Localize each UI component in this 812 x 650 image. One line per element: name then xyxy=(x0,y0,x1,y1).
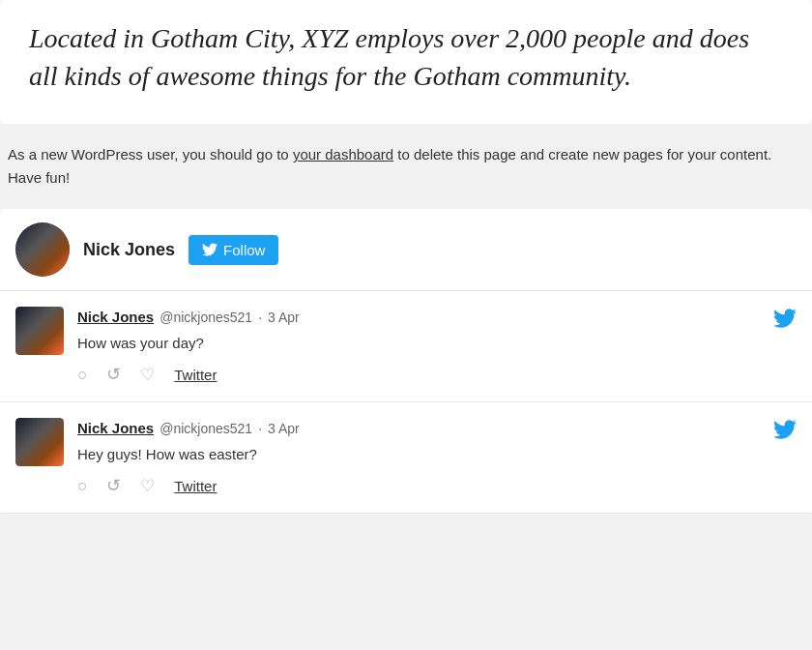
twitter-follow-row: Nick Jones Follow xyxy=(0,209,812,291)
dashboard-link[interactable]: your dashboard xyxy=(293,146,393,162)
tweet-content-2: Nick Jones @nickjones521 · 3 Apr Hey guy… xyxy=(77,418,797,499)
reply-icon-2[interactable] xyxy=(77,474,87,499)
tweet-row-2: Nick Jones @nickjones521 · 3 Apr Hey guy… xyxy=(0,402,812,514)
tweet-date-2: 3 Apr xyxy=(268,419,300,439)
follow-button[interactable]: Follow xyxy=(188,235,278,265)
tweet-dot-1: · xyxy=(258,308,262,328)
tweet-bird-icon-1 xyxy=(773,307,797,330)
tweet-handle-1: @nickjones521 xyxy=(160,308,252,328)
intro-before-link: As a new WordPress user, you should go t… xyxy=(8,146,293,162)
tweet-date-1: 3 Apr xyxy=(268,308,300,328)
reply-icon-1[interactable] xyxy=(77,363,87,388)
tweet-header-2: Nick Jones @nickjones521 · 3 Apr xyxy=(77,418,797,440)
quote-card: Located in Gotham City, XYZ employs over… xyxy=(0,0,812,124)
like-icon-1[interactable] xyxy=(140,363,155,388)
follow-label: Follow xyxy=(223,242,265,258)
tweet-actions-2: Twitter xyxy=(77,473,797,499)
tweet-name-2[interactable]: Nick Jones xyxy=(77,418,154,440)
tweet-row: Nick Jones @nickjones521 · 3 Apr How was… xyxy=(0,291,812,402)
twitter-profile-name: Nick Jones xyxy=(83,237,175,263)
tweet-content-1: Nick Jones @nickjones521 · 3 Apr How was… xyxy=(77,307,797,388)
avatar-image xyxy=(15,222,70,277)
twitter-bird-icon xyxy=(202,242,218,257)
intro-text: As a new WordPress user, you should go t… xyxy=(0,143,812,209)
tweet-handle-2: @nickjones521 xyxy=(160,419,252,439)
tweet-header-1: Nick Jones @nickjones521 · 3 Apr xyxy=(77,307,797,329)
tweet-text-2: Hey guys! How was easter? xyxy=(77,444,797,466)
tweet-name-1[interactable]: Nick Jones xyxy=(77,307,154,329)
tweet-actions-1: Twitter xyxy=(77,362,797,388)
tweet-avatar-2 xyxy=(15,418,64,466)
page-wrapper: Located in Gotham City, XYZ employs over… xyxy=(0,0,812,514)
tweet-dot-2: · xyxy=(258,419,262,439)
tweet-avatar-image-1 xyxy=(15,307,64,355)
twitter-section: Nick Jones Follow Nick Jones @nickjones5… xyxy=(0,209,812,514)
quote-text: Located in Gotham City, XYZ employs over… xyxy=(29,19,783,95)
tweet-link-1[interactable]: Twitter xyxy=(174,365,217,387)
tweet-avatar-image-2 xyxy=(15,418,64,466)
like-icon-2[interactable] xyxy=(140,474,155,499)
tweet-avatar-1 xyxy=(15,307,64,355)
avatar xyxy=(15,222,70,277)
retweet-icon-1[interactable] xyxy=(106,362,121,388)
tweet-text-1: How was your day? xyxy=(77,333,797,355)
tweet-link-2[interactable]: Twitter xyxy=(174,476,217,498)
retweet-icon-2[interactable] xyxy=(106,473,121,499)
tweet-bird-icon-2 xyxy=(773,418,797,441)
